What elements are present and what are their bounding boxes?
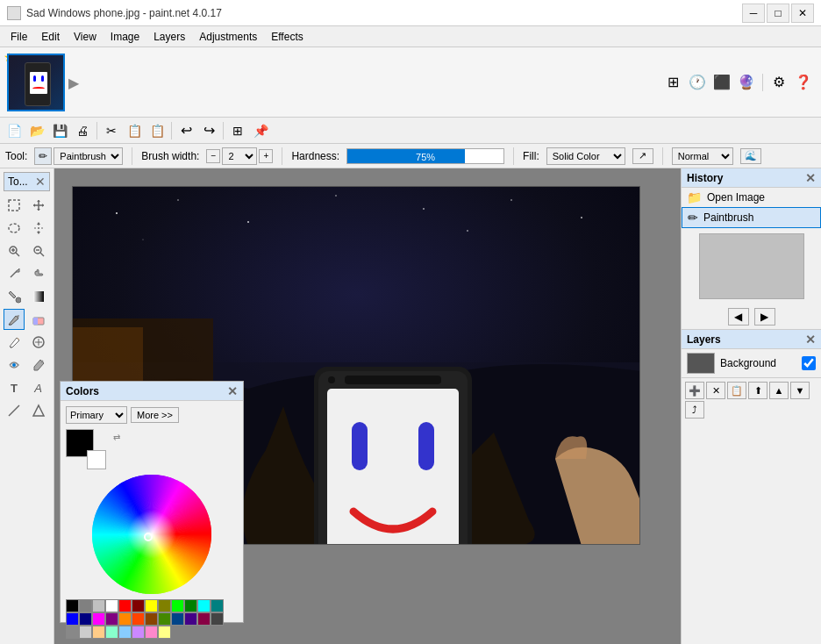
history-item-paintbrush[interactable]: ✏ Paintbrush — [682, 207, 821, 228]
toolbar-icon-grid[interactable]: ⊞ — [662, 72, 683, 93]
blend-select[interactable]: Normal — [672, 147, 733, 165]
image-thumbnail[interactable] — [7, 54, 65, 111]
tool-paintbrush[interactable] — [4, 309, 25, 330]
palette-color-swatch[interactable] — [158, 612, 171, 626]
close-button[interactable]: ✕ — [791, 4, 814, 23]
brush-minus[interactable]: − — [206, 149, 220, 163]
layers-close-button[interactable]: ✕ — [805, 333, 816, 347]
toolbar-icon-effects[interactable]: 🔮 — [736, 72, 757, 93]
print-button[interactable]: 🖨 — [72, 120, 93, 141]
palette-color-swatch[interactable] — [145, 599, 158, 612]
palette-color-swatch[interactable] — [171, 599, 184, 612]
tool-zoom-in[interactable] — [4, 240, 25, 261]
tool-shapes[interactable] — [28, 400, 49, 421]
palette-color-swatch[interactable] — [132, 599, 145, 612]
menu-effects[interactable]: Effects — [264, 29, 310, 45]
toolbar-icon-clock[interactable]: 🕐 — [687, 72, 708, 93]
tool-lasso[interactable] — [4, 218, 25, 239]
palette-color-swatch[interactable] — [171, 612, 184, 626]
menu-image[interactable]: Image — [104, 29, 146, 45]
tool-move[interactable] — [28, 195, 49, 216]
open-button[interactable]: 📂 — [26, 120, 47, 141]
palette-color-swatch[interactable] — [66, 626, 79, 639]
tool-paint-bucket[interactable] — [4, 286, 25, 307]
paste-button[interactable]: 📋 — [146, 120, 168, 141]
layer-duplicate-button[interactable]: 📋 — [727, 382, 746, 399]
save-button[interactable]: 💾 — [49, 120, 70, 141]
copy-button[interactable]: 📋 — [124, 120, 145, 141]
tool-recolor[interactable] — [4, 354, 25, 376]
tool-zoom-out[interactable] — [28, 240, 49, 261]
menu-file[interactable]: File — [4, 29, 34, 45]
layer-delete-button[interactable]: ✕ — [706, 382, 725, 399]
palette-color-swatch[interactable] — [79, 626, 92, 639]
tool-dropdown[interactable]: Paintbrush — [54, 147, 123, 165]
menu-layers[interactable]: Layers — [146, 29, 192, 45]
history-item-open-image[interactable]: 📁 Open Image — [682, 188, 821, 207]
palette-color-swatch[interactable] — [184, 599, 197, 612]
tool-gradient[interactable] — [28, 286, 49, 307]
palette-color-swatch[interactable] — [92, 612, 105, 626]
tool-move-selection[interactable] — [28, 218, 49, 239]
palette-color-swatch[interactable] — [197, 612, 211, 626]
more-colors-button[interactable]: More >> — [131, 407, 179, 423]
palette-color-swatch[interactable] — [211, 612, 224, 626]
new-button[interactable]: 📄 — [4, 120, 25, 141]
tool-pan[interactable] — [28, 263, 49, 284]
palette-color-swatch[interactable] — [118, 612, 132, 626]
colors-close-button[interactable]: ✕ — [227, 384, 238, 398]
tool-clone-stamp[interactable] — [28, 332, 49, 353]
palette-color-swatch[interactable] — [145, 626, 158, 639]
palette-color-swatch[interactable] — [211, 599, 224, 612]
undo-button[interactable]: ↩ — [175, 120, 196, 141]
fill-select[interactable]: Solid Color — [546, 147, 625, 165]
blend-icon[interactable]: 🌊 — [740, 148, 761, 164]
palette-color-swatch[interactable] — [79, 612, 92, 626]
layer-down-button[interactable]: ▼ — [790, 382, 810, 399]
toolbar-icon-layers[interactable]: ⬛ — [711, 72, 732, 93]
menu-adjustments[interactable]: Adjustments — [192, 29, 264, 45]
brush-plus[interactable]: + — [259, 149, 273, 163]
tool-line[interactable] — [4, 400, 25, 421]
swap-colors-icon[interactable]: ⇄ — [113, 433, 120, 442]
tool-text2[interactable]: A — [28, 377, 49, 398]
palette-color-swatch[interactable] — [158, 626, 171, 639]
redo-button[interactable]: ↪ — [198, 120, 219, 141]
tool-pencil[interactable] — [4, 332, 25, 353]
palette-color-swatch[interactable] — [132, 612, 145, 626]
tool-magic-wand[interactable] — [4, 263, 25, 284]
fill-icon[interactable]: ↗ — [632, 148, 653, 164]
tool-text[interactable]: T — [4, 377, 25, 398]
palette-color-swatch[interactable] — [66, 612, 79, 626]
cut-button[interactable]: ✂ — [101, 120, 122, 141]
palette-color-swatch[interactable] — [197, 599, 211, 612]
hardness-slider[interactable]: 75% — [346, 148, 504, 164]
layer-background[interactable]: Background — [682, 349, 821, 377]
tool-rectangle-select[interactable] — [4, 195, 25, 216]
palette-color-swatch[interactable] — [79, 599, 92, 612]
crop-button[interactable]: ⊞ — [227, 120, 248, 141]
brush-width-select[interactable]: 2 — [222, 147, 257, 165]
palette-color-swatch[interactable] — [145, 612, 158, 626]
secondary-color-swatch[interactable] — [87, 450, 106, 469]
color-mode-dropdown[interactable]: Primary Secondary — [66, 406, 127, 424]
layer-up-button[interactable]: ▲ — [769, 382, 789, 399]
color-wheel[interactable] — [90, 473, 213, 596]
menu-edit[interactable]: Edit — [34, 29, 67, 45]
toolbar-icon-help[interactable]: ❓ — [793, 72, 814, 93]
layer-add-button[interactable]: ➕ — [685, 382, 704, 399]
palette-color-swatch[interactable] — [105, 612, 118, 626]
layer-visibility-checkbox[interactable] — [802, 356, 816, 370]
layer-merge-button[interactable]: ⬆ — [748, 382, 767, 399]
palette-color-swatch[interactable] — [118, 626, 132, 639]
palette-color-swatch[interactable] — [105, 599, 118, 612]
palette-color-swatch[interactable] — [132, 626, 145, 639]
tool-color-picker[interactable] — [28, 354, 49, 376]
layer-properties-button[interactable]: ⤴ — [685, 401, 704, 419]
palette-color-swatch[interactable] — [158, 599, 171, 612]
toolbox-close[interactable]: ✕ — [35, 175, 46, 189]
history-forward-button[interactable]: ▶ — [754, 308, 775, 326]
palette-color-swatch[interactable] — [66, 599, 79, 612]
palette-color-swatch[interactable] — [92, 599, 105, 612]
toolbar-icon-settings[interactable]: ⚙ — [768, 72, 789, 93]
